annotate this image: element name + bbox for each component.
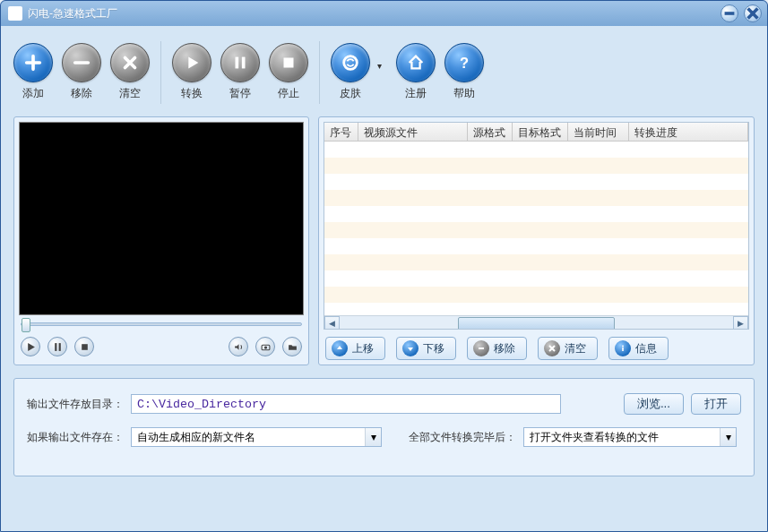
svg-point-12 bbox=[263, 346, 266, 348]
close-button[interactable] bbox=[744, 4, 762, 22]
svg-rect-3 bbox=[236, 57, 239, 69]
help-button[interactable]: ? 帮助 bbox=[444, 43, 484, 101]
preview-panel bbox=[13, 116, 309, 365]
minus-icon bbox=[473, 340, 489, 356]
table-body[interactable] bbox=[324, 142, 748, 315]
list-remove-button[interactable]: 移除 bbox=[467, 337, 527, 360]
svg-rect-4 bbox=[242, 57, 246, 69]
svg-rect-9 bbox=[58, 343, 60, 351]
pause-button[interactable]: 暂停 bbox=[220, 43, 260, 101]
file-list-panel: 序号 视频源文件 源格式 目标格式 当前时间 转换进度 ◀ ▶ 上移 bbox=[318, 116, 755, 365]
skin-dropdown-arrow[interactable]: ▾ bbox=[377, 61, 382, 101]
skin-button[interactable]: 皮肤 bbox=[331, 43, 370, 101]
info-button[interactable]: 信息 bbox=[608, 337, 669, 360]
video-preview[interactable] bbox=[19, 122, 304, 315]
titlebar[interactable]: 闪电-急速格式工厂 bbox=[1, 1, 767, 26]
col-progress[interactable]: 转换进度 bbox=[629, 123, 748, 141]
file-table[interactable]: 序号 视频源文件 源格式 目标格式 当前时间 转换进度 ◀ ▶ bbox=[324, 122, 749, 330]
snapshot-button[interactable] bbox=[255, 337, 275, 356]
col-dstfmt[interactable]: 目标格式 bbox=[513, 123, 568, 141]
output-dir-input[interactable] bbox=[131, 394, 561, 414]
volume-button[interactable] bbox=[229, 337, 248, 356]
move-down-button[interactable]: 下移 bbox=[396, 337, 456, 360]
arrow-up-icon bbox=[332, 340, 348, 356]
play-icon bbox=[172, 43, 211, 82]
scroll-thumb[interactable] bbox=[458, 317, 616, 330]
svg-text:?: ? bbox=[460, 55, 469, 71]
main-toolbar: 添加 移除 清空 转换 暂停 停止 bbox=[1, 26, 767, 111]
remove-button[interactable]: 移除 bbox=[62, 43, 101, 101]
scroll-left-arrow[interactable]: ◀ bbox=[324, 316, 340, 330]
pause-icon bbox=[220, 43, 260, 82]
output-settings-panel: 输出文件存放目录： 浏览... 打开 如果输出文件存在： 自动生成相应的新文件名… bbox=[13, 378, 755, 476]
register-button[interactable]: 注册 bbox=[396, 43, 436, 101]
add-button[interactable]: 添加 bbox=[13, 43, 53, 101]
browse-button[interactable]: 浏览... bbox=[624, 393, 684, 415]
x-icon bbox=[544, 340, 560, 356]
scroll-right-arrow[interactable]: ▶ bbox=[733, 316, 748, 330]
svg-rect-8 bbox=[55, 343, 56, 351]
col-srcfmt[interactable]: 源格式 bbox=[468, 123, 513, 141]
preview-stop-button[interactable] bbox=[74, 337, 94, 356]
list-clear-button[interactable]: 清空 bbox=[538, 337, 598, 360]
convert-button[interactable]: 转换 bbox=[172, 43, 211, 101]
after-all-select[interactable]: 打开文件夹查看转换的文件 ▾ bbox=[523, 427, 737, 447]
preview-play-button[interactable] bbox=[21, 337, 40, 356]
after-all-label: 全部文件转换完毕后： bbox=[409, 430, 516, 445]
minimize-button[interactable] bbox=[721, 4, 738, 22]
chevron-down-icon: ▾ bbox=[365, 428, 381, 446]
col-curtime[interactable]: 当前时间 bbox=[568, 123, 629, 141]
svg-point-6 bbox=[344, 56, 358, 70]
svg-rect-10 bbox=[82, 344, 88, 350]
open-button[interactable]: 打开 bbox=[691, 393, 741, 415]
open-folder-button[interactable] bbox=[282, 337, 302, 356]
svg-rect-14 bbox=[622, 348, 624, 351]
app-window: 闪电-急速格式工厂 添加 移除 清空 转换 bbox=[0, 0, 768, 532]
stop-icon bbox=[269, 43, 308, 82]
clear-button[interactable]: 清空 bbox=[110, 43, 150, 101]
output-dir-label: 输出文件存放目录： bbox=[27, 397, 124, 412]
horizontal-scrollbar[interactable]: ◀ ▶ bbox=[324, 315, 748, 330]
seek-slider[interactable] bbox=[21, 322, 302, 326]
svg-rect-5 bbox=[284, 58, 294, 68]
svg-point-13 bbox=[622, 346, 624, 348]
arrow-down-icon bbox=[402, 340, 419, 356]
stop-button[interactable]: 停止 bbox=[269, 43, 308, 101]
window-title: 闪电-急速格式工厂 bbox=[28, 6, 117, 21]
col-source[interactable]: 视频源文件 bbox=[358, 123, 468, 141]
move-up-button[interactable]: 上移 bbox=[325, 337, 385, 360]
question-icon: ? bbox=[444, 43, 484, 82]
if-exists-select[interactable]: 自动生成相应的新文件名 ▾ bbox=[131, 427, 382, 447]
chevron-down-icon: ▾ bbox=[720, 428, 736, 446]
plus-icon bbox=[13, 43, 53, 82]
info-icon bbox=[615, 340, 631, 356]
app-icon bbox=[8, 6, 22, 21]
skin-icon bbox=[331, 43, 370, 82]
minus-icon bbox=[62, 43, 101, 82]
seek-thumb[interactable] bbox=[22, 318, 30, 332]
home-icon bbox=[396, 43, 436, 82]
x-icon bbox=[110, 43, 150, 82]
col-index[interactable]: 序号 bbox=[324, 123, 358, 141]
preview-pause-button[interactable] bbox=[47, 337, 67, 356]
if-exists-label: 如果输出文件存在： bbox=[27, 430, 124, 445]
